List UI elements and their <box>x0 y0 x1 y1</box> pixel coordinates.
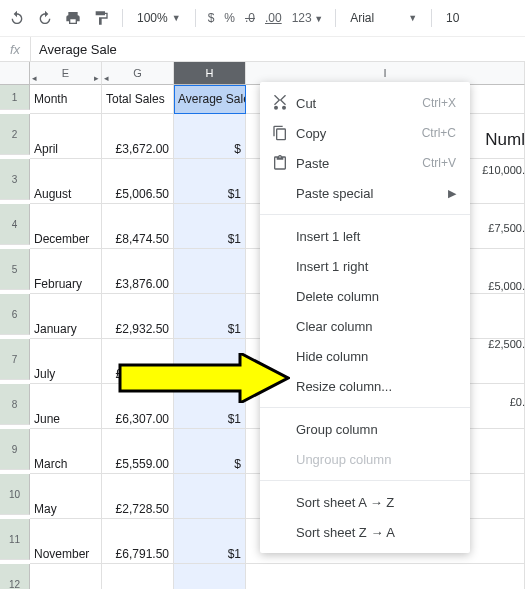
formula-bar: fx Average Sale <box>0 37 525 62</box>
separator <box>335 9 336 27</box>
cell[interactable]: £4,607.00 <box>102 339 174 384</box>
row-header[interactable]: 7 <box>0 339 30 380</box>
redo-button[interactable] <box>34 7 56 29</box>
cell[interactable]: October <box>30 564 102 589</box>
menu-paste[interactable]: Paste Ctrl+V <box>260 148 470 178</box>
decrease-decimal-button[interactable]: .0 <box>243 11 257 25</box>
menu-shortcut: Ctrl+X <box>422 96 456 110</box>
row-header[interactable]: 2 <box>0 114 30 155</box>
menu-copy[interactable]: Copy Ctrl+C <box>260 118 470 148</box>
menu-insert-left[interactable]: Insert 1 left <box>260 221 470 251</box>
fx-label: fx <box>0 37 31 61</box>
cell[interactable]: May <box>30 474 102 519</box>
axis-tick: £10,000. <box>477 164 525 176</box>
menu-insert-right[interactable]: Insert 1 right <box>260 251 470 281</box>
column-context-menu: Cut Ctrl+X Copy Ctrl+C Paste Ctrl+V Past… <box>260 82 470 553</box>
row-header[interactable]: 12 <box>0 564 30 589</box>
cell[interactable]: $ <box>174 114 246 159</box>
expand-left-icon[interactable]: ◂ <box>32 67 37 89</box>
cell[interactable]: November <box>30 519 102 564</box>
cell[interactable]: £5,882.00 <box>102 564 174 589</box>
menu-resize-column[interactable]: Resize column... <box>260 371 470 401</box>
row-header[interactable]: 1 <box>0 85 30 110</box>
cell[interactable]: £3,876.00 <box>102 249 174 294</box>
print-button[interactable] <box>62 7 84 29</box>
side-chart-panel: Numl £10,000. £7,500. £5,000. £2,500. £0… <box>477 130 525 454</box>
cell[interactable] <box>174 474 246 519</box>
cell[interactable]: August <box>30 159 102 204</box>
cell[interactable] <box>246 564 525 589</box>
cell[interactable]: £6,791.50 <box>102 519 174 564</box>
copy-icon <box>272 125 296 141</box>
menu-label: Group column <box>296 422 456 437</box>
more-formats-dropdown[interactable]: 123 ▼ <box>290 11 325 25</box>
zoom-dropdown[interactable]: 100%▼ <box>133 11 185 25</box>
menu-paste-special[interactable]: Paste special ▶ <box>260 178 470 208</box>
row-header[interactable]: 11 <box>0 519 30 560</box>
font-family-dropdown[interactable]: Arial▼ <box>346 11 421 25</box>
cell[interactable]: $1 <box>174 294 246 339</box>
menu-ungroup-column: Ungroup column <box>260 444 470 474</box>
row-header[interactable]: 8 <box>0 384 30 425</box>
cell[interactable]: $1 <box>174 204 246 249</box>
cell[interactable]: £2,728.50 <box>102 474 174 519</box>
cell[interactable]: $1 <box>174 519 246 564</box>
expand-right-icon[interactable]: ▸ <box>94 67 99 89</box>
menu-sort-az[interactable]: Sort sheet A → Z <box>260 487 470 517</box>
menu-clear-column[interactable]: Clear column <box>260 311 470 341</box>
select-all-corner[interactable] <box>0 62 30 85</box>
menu-label: Hide column <box>296 349 456 364</box>
format-percent-button[interactable]: % <box>222 11 237 25</box>
cell[interactable]: Total Sales <box>102 85 174 114</box>
menu-sort-za[interactable]: Sort sheet Z → A <box>260 517 470 547</box>
menu-label: Clear column <box>296 319 456 334</box>
cell[interactable]: Month <box>30 85 102 114</box>
cell[interactable]: July <box>30 339 102 384</box>
cell[interactable]: £6,307.00 <box>102 384 174 429</box>
row-header[interactable]: 3 <box>0 159 30 200</box>
row-header[interactable]: 5 <box>0 249 30 290</box>
font-size-input[interactable]: 10 <box>442 11 463 25</box>
menu-hide-column[interactable]: Hide column <box>260 341 470 371</box>
cell[interactable]: $1 <box>174 564 246 589</box>
paint-format-button[interactable] <box>90 7 112 29</box>
column-header-e[interactable]: ◂E▸ <box>30 62 102 85</box>
cell[interactable]: March <box>30 429 102 474</box>
row-header[interactable]: 4 <box>0 204 30 245</box>
menu-shortcut: Ctrl+V <box>422 156 456 170</box>
cell[interactable]: £8,474.50 <box>102 204 174 249</box>
submenu-arrow-icon: ▶ <box>448 187 456 200</box>
separator <box>195 9 196 27</box>
cell[interactable]: £5,559.00 <box>102 429 174 474</box>
column-header-h[interactable]: H <box>174 62 246 85</box>
cell[interactable]: $1 <box>174 384 246 429</box>
cell[interactable]: £5,006.50 <box>102 159 174 204</box>
menu-cut[interactable]: Cut Ctrl+X <box>260 88 470 118</box>
cell[interactable]: April <box>30 114 102 159</box>
format-currency-button[interactable]: $ <box>206 11 217 25</box>
cell[interactable]: $ <box>174 429 246 474</box>
cell[interactable]: February <box>30 249 102 294</box>
row-header[interactable]: 9 <box>0 429 30 470</box>
cell[interactable]: December <box>30 204 102 249</box>
menu-label: Delete column <box>296 289 456 304</box>
cell[interactable]: $1 <box>174 159 246 204</box>
increase-decimal-button[interactable]: .00 <box>263 11 284 25</box>
separator <box>431 9 432 27</box>
cell[interactable]: January <box>30 294 102 339</box>
expand-left-icon[interactable]: ◂ <box>104 67 109 89</box>
cell[interactable] <box>174 249 246 294</box>
row-header[interactable]: 10 <box>0 474 30 515</box>
cell[interactable]: June <box>30 384 102 429</box>
cell[interactable]: £3,672.00 <box>102 114 174 159</box>
cell[interactable]: $1 <box>174 339 246 384</box>
menu-delete-column[interactable]: Delete column <box>260 281 470 311</box>
undo-button[interactable] <box>6 7 28 29</box>
column-header-g[interactable]: ◂G <box>102 62 174 85</box>
menu-group-column[interactable]: Group column <box>260 414 470 444</box>
cell[interactable]: Average Sale <box>174 85 246 114</box>
row-header[interactable]: 6 <box>0 294 30 335</box>
toolbar: 100%▼ $ % .0 .00 123 ▼ Arial▼ 10 <box>0 0 525 37</box>
cell[interactable]: £2,932.50 <box>102 294 174 339</box>
formula-bar-input[interactable]: Average Sale <box>31 42 525 57</box>
